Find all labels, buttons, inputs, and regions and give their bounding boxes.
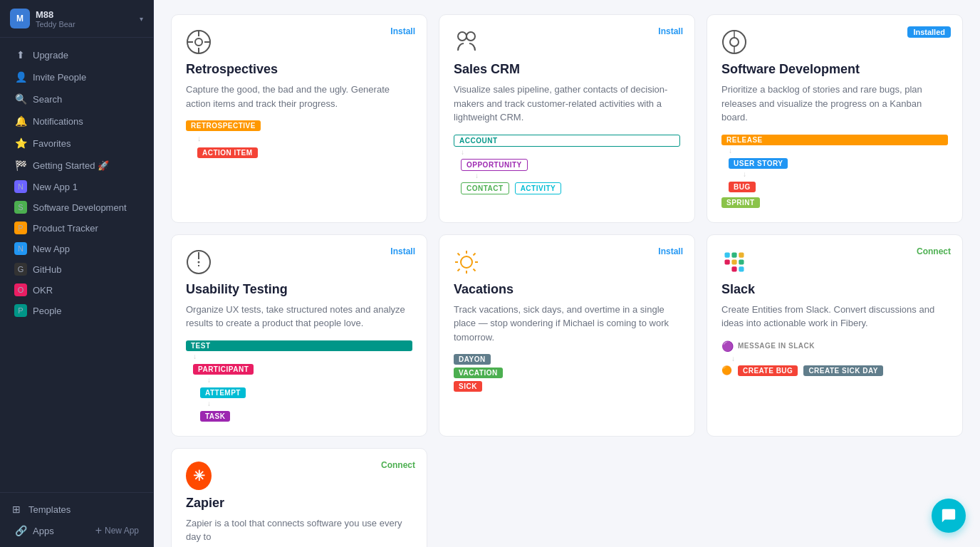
slack-tags: 🟣 MESSAGE IN SLACK ↓ 🟠 CREATE BUG CREATE… [721,340,948,376]
svg-rect-29 [731,259,736,264]
getting-started-icon: 🏁 [14,159,27,172]
favorites-icon: ⭐ [14,137,27,150]
software-dev-desc: Prioritize a backlog of stories and rare… [721,83,948,125]
svg-rect-31 [731,266,736,271]
nav-getting-started[interactable]: 🏁 Getting Started 🚀 [4,155,149,176]
svg-point-1 [195,38,202,46]
svg-rect-27 [731,252,736,257]
tag-account: ACCOUNT [454,135,680,147]
tag-opportunity: OPPORTUNITY [461,159,528,171]
usability-tags: TEST ↓ PARTICIPANT ↓ ATTEMPT ↓ TASK [186,340,412,422]
tag-task: TASK [200,411,230,422]
product-tracker-icon: P [14,222,27,234]
svg-line-22 [474,269,476,271]
zapier-title: Zapier [186,496,412,511]
sidebar-item-software-development[interactable]: S Software Development [4,197,149,217]
okr-icon: O [14,283,27,296]
upgrade-icon: ⬆ [14,48,27,61]
svg-point-7 [466,32,475,41]
svg-line-23 [474,253,476,255]
chat-support-button[interactable] [932,499,966,533]
retrospectives-title: Retrospectives [186,62,412,77]
nav-apps[interactable]: 🔗 Apps [4,520,64,541]
retrospectives-desc: Capture the good, the bad and the ugly. … [186,83,412,110]
sidebar-footer: ⊞ Templates 🔗 Apps + New App [0,492,153,547]
nav-templates[interactable]: ⊞ Templates [0,499,153,520]
github-icon: G [14,263,27,276]
plus-icon: + [95,524,102,537]
svg-point-6 [458,32,466,41]
retrospectives-icon [186,29,212,55]
nav-search[interactable]: 🔍 Search [4,88,149,110]
svg-rect-26 [725,252,730,257]
sidebar-item-github[interactable]: G GitHub [4,259,149,279]
slack-title: Slack [721,282,948,297]
sales-crm-tags: ACCOUNT ↓ OPPORTUNITY ↓ CONTACT ACTIVITY [454,135,680,194]
invite-people-icon: 👤 [14,71,27,83]
card-slack: Connect Slack Create Entities from Slack… [707,234,963,437]
card-retrospectives: Install Retrospectives Capture the good,… [171,14,427,223]
slack-desc: Create Entities from Slack. Convert disc… [721,303,948,330]
tag-retrospective: RETROSPECTIVE [186,120,261,131]
svg-line-24 [458,269,460,271]
svg-rect-25 [725,259,730,264]
slack-icon [721,249,747,275]
sidebar-item-product-tracker[interactable]: P Product Tracker [4,218,149,238]
vacations-tags: DAYON VACATION SICK [454,354,680,392]
notifications-icon: 🔔 [14,115,27,127]
tag-create-bug: CREATE BUG [738,365,798,376]
svg-rect-30 [739,259,744,264]
workspace-name: M88 [36,9,75,20]
new-app-button[interactable]: + New App [85,520,149,541]
workspace-avatar: M [10,9,30,28]
tag-attempt: ATTEMPT [200,387,246,398]
card-sales-crm: Install Sales CRM Visualize sales pipeli… [439,14,695,223]
tag-user-story: USER STORY [729,158,788,169]
vacations-desc: Track vacations, sick days, and overtime… [454,303,680,345]
tag-release: RELEASE [721,135,948,145]
sales-crm-title: Sales CRM [454,62,680,77]
install-vacations-button[interactable]: Install [658,246,683,256]
usability-title: Usability Testing [186,282,412,297]
sidebar-item-new-app[interactable]: N New App [4,239,149,259]
svg-line-21 [458,253,460,255]
vacations-title: Vacations [454,282,680,297]
install-retrospectives-button[interactable]: Install [390,26,415,36]
card-zapier: Connect ✳ Zapier Zapier is a tool that c… [171,448,427,548]
sidebar-nav: ⬆ Upgrade 👤 Invite People 🔍 Search 🔔 Not… [0,38,153,492]
connect-slack-button[interactable]: Connect [917,246,951,256]
zapier-icon: ✳ [186,463,212,489]
sales-crm-desc: Visualize sales pipeline, gather contact… [454,83,680,125]
nav-invite-people[interactable]: 👤 Invite People [4,66,149,88]
sidebar-item-okr[interactable]: O OKR [4,280,149,300]
nav-favorites[interactable]: ⭐ Favorites [4,132,149,154]
install-sales-crm-button[interactable]: Install [658,26,683,36]
svg-point-13 [198,261,200,263]
zapier-desc: Zapier is a tool that connects software … [186,516,412,544]
tag-activity: ACTIVITY [515,182,562,194]
sidebar: M M88 Teddy Bear ▾ ⬆ Upgrade 👤 Invite Pe… [0,0,154,547]
main-content: Install Retrospectives Capture the good,… [154,0,980,547]
nav-notifications[interactable]: 🔔 Notifications [4,110,149,132]
sidebar-item-people[interactable]: P People [4,301,149,321]
sidebar-item-new-app-1[interactable]: N New App 1 [4,177,149,197]
card-usability-testing: Install Usability Testing Organize UX te… [171,234,427,437]
nav-upgrade[interactable]: ⬆ Upgrade [4,44,149,66]
card-vacations: Install Vacations Track vacations, sick … [439,234,695,437]
tag-test: TEST [186,340,412,351]
install-usability-button[interactable]: Install [390,246,415,256]
new-app-1-icon: N [14,180,27,193]
templates-icon: ⊞ [10,503,23,516]
tag-bug: BUG [729,182,756,192]
cards-grid: Install Retrospectives Capture the good,… [171,14,963,547]
apps-icon: 🔗 [14,524,27,537]
workspace-chevron-icon: ▾ [140,15,143,23]
software-development-icon: S [14,201,27,214]
usability-icon [186,249,212,275]
vacations-icon [454,249,479,275]
tag-participant: PARTICIPANT [193,364,254,375]
workspace-header[interactable]: M M88 Teddy Bear ▾ [0,0,153,38]
connect-zapier-button[interactable]: Connect [381,460,415,470]
tag-sprint: SPRINT [721,197,760,208]
usability-desc: Organize UX tests, take structured notes… [186,303,412,330]
